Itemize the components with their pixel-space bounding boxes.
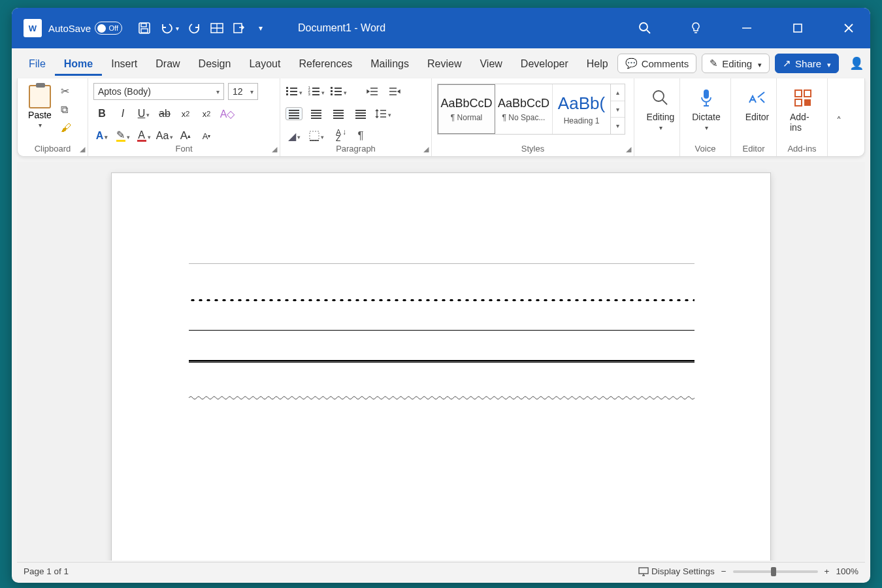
styles-scroll-up[interactable]: ▴	[611, 84, 625, 101]
zoom-in-button[interactable]: +	[825, 566, 830, 576]
clear-formatting-button[interactable]: A◇	[219, 105, 236, 122]
style-normal[interactable]: AaBbCcD ¶ Normal	[438, 84, 495, 134]
group-addins: Add-ins Add-ins	[777, 78, 828, 156]
qat-customize-icon[interactable]: ▾	[259, 24, 263, 33]
horizontal-line-thin	[189, 263, 694, 264]
numbering-button[interactable]	[308, 83, 325, 100]
font-color-button[interactable]: A	[135, 127, 152, 144]
font-size-combo[interactable]: 12 ▾	[228, 83, 258, 100]
grow-font-button[interactable]: A▴	[177, 127, 194, 144]
highlight-button[interactable]: ✎	[114, 127, 131, 144]
document-page[interactable]	[111, 172, 771, 561]
font-name-combo[interactable]: Aptos (Body) ▾	[93, 83, 224, 100]
bullets-button[interactable]	[286, 83, 302, 100]
editing-mode-label: Editing	[722, 58, 752, 69]
autosave-switch[interactable]: Off	[95, 22, 122, 35]
chevron-down-icon: ▾	[39, 122, 42, 129]
styles-expand[interactable]: ▾	[611, 118, 625, 134]
multilevel-list-button[interactable]	[330, 83, 347, 100]
chevron-down-icon: ▾	[216, 88, 220, 95]
editing-mode-button[interactable]: ✎ Editing	[702, 54, 770, 73]
line-spacing-button[interactable]	[374, 105, 391, 122]
cut-icon[interactable]: ✂	[61, 85, 71, 97]
save-icon[interactable]	[138, 22, 151, 35]
paragraph-launcher-icon[interactable]: ◢	[423, 145, 429, 154]
close-button[interactable]	[838, 23, 860, 33]
share-button[interactable]: ↗ Share	[775, 54, 839, 73]
group-clipboard: Paste ▾ ✂ ⧉ 🖌 Clipboard ◢	[18, 78, 88, 156]
format-painter-icon[interactable]: 🖌	[61, 122, 71, 134]
clipboard-launcher-icon[interactable]: ◢	[80, 145, 85, 154]
autosave-toggle[interactable]: AutoSave Off	[48, 22, 122, 35]
change-case-button[interactable]: Aa	[156, 127, 173, 144]
subscript-button[interactable]: x2	[177, 105, 194, 122]
tab-developer[interactable]: Developer	[512, 52, 578, 75]
svg-rect-18	[704, 90, 709, 99]
tab-insert[interactable]: Insert	[102, 52, 146, 75]
shrink-font-button[interactable]: A▾	[198, 127, 215, 144]
sort-button[interactable]: AZ↓	[330, 127, 347, 144]
display-settings-button[interactable]: Display Settings	[638, 566, 715, 576]
zoom-level[interactable]: 100%	[836, 566, 858, 576]
styles-launcher-icon[interactable]: ◢	[626, 145, 631, 154]
style-no-spacing[interactable]: AaBbCcD ¶ No Spac...	[495, 84, 553, 134]
tab-layout[interactable]: Layout	[240, 52, 289, 75]
bold-button[interactable]: B	[93, 105, 110, 122]
zoom-out-button[interactable]: −	[721, 566, 727, 576]
collapse-ribbon-button[interactable]: ˄	[828, 78, 850, 156]
group-editing: Editing ▾	[634, 78, 680, 156]
align-right-button[interactable]	[330, 105, 347, 122]
group-styles: AaBbCcD ¶ Normal AaBbCcD ¶ No Spac... Aa…	[432, 78, 634, 156]
zoom-thumb[interactable]	[771, 567, 776, 576]
underline-button[interactable]: U	[135, 105, 152, 122]
italic-button[interactable]: I	[114, 105, 131, 122]
editor-button[interactable]: Editor	[736, 82, 778, 122]
tab-view[interactable]: View	[470, 52, 511, 75]
addins-label: Add-ins	[790, 112, 816, 133]
style-heading-1[interactable]: AaBb( Heading 1	[553, 84, 610, 134]
undo-icon[interactable]: ▾	[160, 22, 179, 35]
tab-file[interactable]: File	[20, 52, 55, 75]
page-indicator[interactable]: Page 1 of 1	[24, 566, 69, 576]
comments-button[interactable]: 💬 Comments	[617, 54, 697, 73]
shading-button[interactable]: ◢	[286, 127, 302, 144]
copy-icon[interactable]: ⧉	[61, 104, 71, 116]
tab-references[interactable]: References	[289, 52, 361, 75]
tab-home[interactable]: Home	[55, 52, 102, 76]
search-icon[interactable]	[634, 22, 656, 35]
decrease-indent-button[interactable]	[364, 83, 381, 100]
tab-review[interactable]: Review	[418, 52, 470, 75]
borders-button[interactable]	[308, 127, 325, 144]
align-center-button[interactable]	[308, 105, 325, 122]
justify-button[interactable]	[352, 105, 369, 122]
tab-draw[interactable]: Draw	[146, 52, 189, 75]
redo-icon[interactable]	[188, 22, 201, 35]
strikethrough-button[interactable]: ab	[156, 105, 173, 122]
superscript-button[interactable]: x2	[198, 105, 215, 122]
lightbulb-icon[interactable]	[685, 22, 707, 35]
document-area	[17, 162, 865, 561]
show-marks-button[interactable]: ¶	[352, 127, 369, 144]
word-app-icon: W	[24, 19, 42, 37]
style-name: Heading 1	[564, 116, 600, 125]
svg-line-17	[662, 100, 667, 105]
styles-scroll-down[interactable]: ▾	[611, 101, 625, 118]
tab-design[interactable]: Design	[189, 52, 240, 75]
font-launcher-icon[interactable]: ◢	[272, 145, 277, 154]
tab-help[interactable]: Help	[578, 52, 617, 75]
collab-icon[interactable]: 👤	[849, 56, 864, 71]
editing-button[interactable]: Editing ▾	[640, 82, 681, 131]
zoom-slider[interactable]	[733, 570, 818, 573]
minimize-button[interactable]	[736, 23, 758, 33]
tab-mailings[interactable]: Mailings	[361, 52, 418, 75]
chevron-down-icon	[298, 86, 302, 97]
align-left-button[interactable]	[286, 107, 302, 120]
table-icon[interactable]	[210, 23, 223, 33]
export-icon[interactable]	[233, 22, 244, 34]
increase-indent-button[interactable]	[386, 83, 403, 100]
title-bar: W AutoSave Off ▾ ▾ Document1 - Word	[12, 8, 870, 48]
dictate-button[interactable]: Dictate ▾	[685, 82, 727, 131]
addins-button[interactable]: Add-ins	[782, 82, 824, 133]
maximize-button[interactable]	[787, 24, 809, 33]
text-effects-button[interactable]: A	[93, 127, 110, 144]
